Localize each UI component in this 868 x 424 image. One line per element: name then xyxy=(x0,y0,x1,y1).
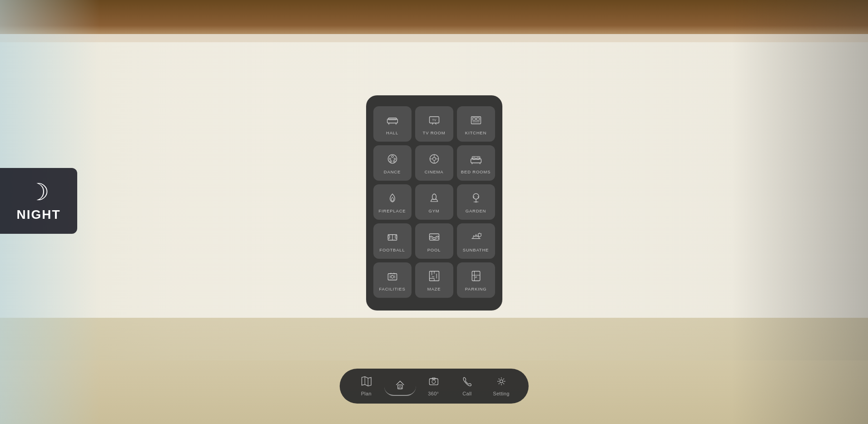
dance-button[interactable]: DANCE xyxy=(373,145,412,181)
gym-button[interactable]: GYM xyxy=(415,184,453,220)
bed-rooms-button[interactable]: BED ROOMS xyxy=(457,145,495,181)
nav-home[interactable] xyxy=(384,377,416,396)
maze-icon xyxy=(428,270,441,284)
gym-icon xyxy=(428,192,441,206)
svg-point-35 xyxy=(473,193,478,199)
sunbathe-icon xyxy=(470,231,482,245)
sunbathe-label: SUNBATHE xyxy=(463,247,489,252)
room-grid: HALL TV TV ROOM KITCHEN DANCE xyxy=(373,106,495,298)
cinema-icon xyxy=(428,153,441,167)
hall-button[interactable]: HALL xyxy=(373,106,412,142)
phone-icon xyxy=(461,376,472,389)
nav-plan-label: Plan xyxy=(361,391,372,396)
svg-point-14 xyxy=(389,158,391,160)
football-button[interactable]: FOOTBALL xyxy=(373,223,412,259)
svg-marker-62 xyxy=(362,377,371,386)
svg-rect-9 xyxy=(472,118,476,120)
svg-rect-47 xyxy=(388,274,397,280)
tv-icon: TV xyxy=(428,113,441,128)
bottom-nav: Plan 360° Call Setting xyxy=(339,369,528,404)
nav-call-label: Call xyxy=(462,391,471,396)
svg-point-16 xyxy=(390,161,392,163)
svg-point-68 xyxy=(432,380,435,384)
dance-label: DANCE xyxy=(384,169,401,174)
nav-plan[interactable]: Plan xyxy=(350,373,382,399)
nav-360-label: 360° xyxy=(428,391,439,396)
gym-label: GYM xyxy=(428,208,439,213)
bed-icon xyxy=(470,153,482,167)
cinema-label: CINEMA xyxy=(425,169,444,174)
svg-point-48 xyxy=(391,276,393,278)
svg-point-70 xyxy=(500,380,503,383)
facilities-button[interactable]: FACILITIES xyxy=(373,262,412,298)
night-button[interactable]: ☽ NIGHT xyxy=(0,168,77,234)
map-icon xyxy=(361,376,372,389)
svg-point-19 xyxy=(432,158,436,161)
svg-line-31 xyxy=(431,199,432,202)
kitchen-button[interactable]: KITCHEN xyxy=(457,106,495,142)
nav-360[interactable]: 360° xyxy=(417,373,449,399)
parking-button[interactable]: P PARKING xyxy=(457,262,495,298)
svg-rect-10 xyxy=(476,118,479,120)
svg-point-30 xyxy=(432,194,436,199)
fireplace-icon xyxy=(386,192,399,206)
garden-button[interactable]: GARDEN xyxy=(457,184,495,220)
pool-button[interactable]: POOL xyxy=(415,223,453,259)
sofa-icon xyxy=(386,113,399,128)
pool-icon xyxy=(428,231,441,245)
svg-text:P: P xyxy=(475,276,476,279)
fireplace-button[interactable]: FIREPLACE xyxy=(373,184,412,220)
nav-setting[interactable]: Setting xyxy=(485,373,517,399)
dance-icon xyxy=(386,153,399,167)
main-panel: HALL TV TV ROOM KITCHEN DANCE xyxy=(366,95,502,311)
fireplace-label: FIREPLACE xyxy=(379,208,406,213)
svg-point-15 xyxy=(394,158,396,160)
facilities-icon xyxy=(386,270,399,284)
kitchen-label: KITCHEN xyxy=(465,130,486,135)
camera360-icon xyxy=(428,376,439,389)
parking-label: PARKING xyxy=(465,286,487,291)
svg-line-46 xyxy=(481,233,481,234)
maze-label: MAZE xyxy=(427,286,441,291)
nav-setting-label: Setting xyxy=(493,391,509,396)
maze-button[interactable]: MAZE xyxy=(415,262,453,298)
football-label: FOOTBALL xyxy=(379,247,405,252)
tv-room-label: TV ROOM xyxy=(423,130,446,135)
kitchen-icon xyxy=(470,113,482,128)
svg-point-13 xyxy=(391,156,393,158)
pool-label: POOL xyxy=(427,247,441,252)
night-label: NIGHT xyxy=(16,207,60,222)
svg-line-32 xyxy=(436,199,438,202)
sunbathe-button[interactable]: SUNBATHE xyxy=(457,223,495,259)
moon-icon: ☽ xyxy=(28,180,50,204)
cinema-button[interactable]: CINEMA xyxy=(415,145,453,181)
home-icon xyxy=(394,380,405,393)
room-right xyxy=(732,0,868,424)
gear-icon xyxy=(496,376,506,389)
bed-rooms-label: BED ROOMS xyxy=(461,169,491,174)
nav-call[interactable]: Call xyxy=(451,373,483,399)
svg-rect-66 xyxy=(399,387,401,389)
facilities-label: FACILITIES xyxy=(379,286,405,291)
garden-label: GARDEN xyxy=(466,208,486,213)
parking-icon: P xyxy=(470,270,482,284)
svg-point-44 xyxy=(478,233,481,237)
svg-text:TV: TV xyxy=(432,118,436,122)
tv-room-button[interactable]: TV TV ROOM xyxy=(415,106,453,142)
hall-label: HALL xyxy=(386,130,398,135)
football-icon xyxy=(386,231,399,245)
garden-icon xyxy=(470,192,482,206)
svg-point-17 xyxy=(393,161,395,163)
